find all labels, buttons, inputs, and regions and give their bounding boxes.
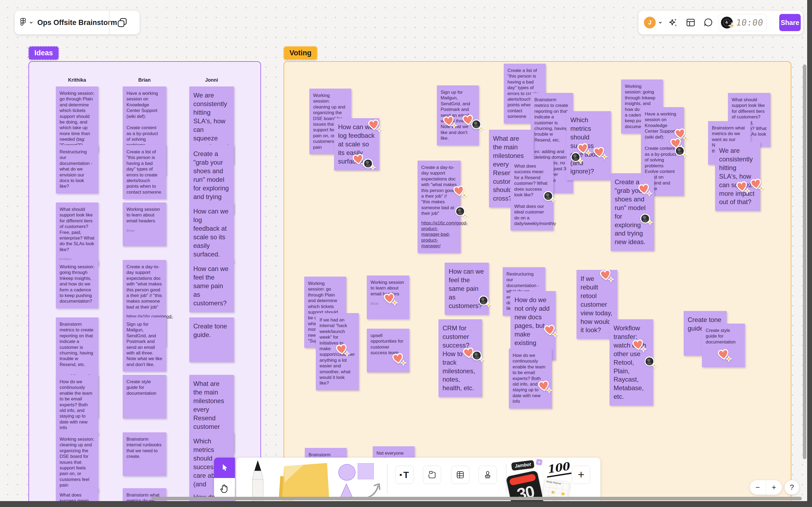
- sticky-note-text: Working session: cleaning up and organiz…: [60, 436, 95, 488]
- share-button[interactable]: Share: [779, 14, 801, 31]
- select-tool[interactable]: [214, 458, 235, 478]
- sticky-note[interactable]: Working session: go through Plain and de…: [56, 87, 98, 152]
- heart-sticker[interactable]: [443, 115, 457, 129]
- sticky-note[interactable]: How can we log feedback at scale so its …: [334, 118, 379, 170]
- avatar-sticker[interactable]: [674, 145, 688, 158]
- sticky-note[interactable]: Working session: cleaning up and organiz…: [56, 432, 98, 492]
- sticky-note[interactable]: Sign up for Mailgun, SendGrid, and Postm…: [437, 86, 479, 145]
- horizontal-scrollbar[interactable]: [151, 497, 802, 500]
- sticky-note[interactable]: Which metrics should success care about …: [566, 111, 611, 180]
- sticky-note[interactable]: Create a "grab your shoes and run" model…: [611, 173, 654, 251]
- add-more-button[interactable]: +: [572, 466, 590, 484]
- sticky-note[interactable]: What does success mean for a Resend cust…: [511, 159, 554, 230]
- ai-sparkle-icon[interactable]: [668, 17, 678, 28]
- avatar-sticker[interactable]: [471, 119, 484, 131]
- hand-icon: [219, 483, 230, 494]
- text-tool[interactable]: T: [395, 466, 413, 484]
- sticky-note[interactable]: Working session to learn about email hea…: [123, 203, 166, 246]
- avatar-sticker[interactable]: [471, 350, 485, 362]
- avatar-sticker[interactable]: [644, 356, 657, 369]
- whiteboard-canvas[interactable]: Ideas Voting KrithikaBrianJonni Working …: [0, 0, 812, 507]
- jambot-widget[interactable]: Jambot: [511, 460, 534, 471]
- zoom-in-button[interactable]: +: [766, 480, 782, 495]
- timer-widget[interactable]: 10:00: [718, 14, 767, 31]
- avatar-sticker[interactable]: [455, 206, 468, 218]
- sticky-note[interactable]: Working session: going through Inkeep in…: [56, 260, 98, 308]
- heart-sticker[interactable]: [717, 349, 732, 362]
- sticky-note-link[interactable]: https://a16z.com/good-product-manager-ba…: [421, 220, 457, 249]
- week-planner-widget[interactable]: Week Planner: [541, 478, 571, 505]
- sticky-note[interactable]: How can we log feedback at scale so its …: [189, 203, 234, 263]
- sticky-note[interactable]: CRM for customer success? How to track m…: [439, 319, 482, 397]
- heart-sticker[interactable]: [593, 147, 607, 160]
- heart-sticker[interactable]: [392, 353, 407, 366]
- vertical-scrollbar[interactable]: [803, 64, 806, 459]
- ideas-section-label[interactable]: Ideas: [28, 46, 59, 60]
- marker-tool[interactable]: [246, 460, 270, 503]
- sticky-note[interactable]: How can we feel the same pain as custome…: [189, 260, 234, 312]
- figma-logo-icon[interactable]: [19, 17, 26, 27]
- heart-sticker[interactable]: [336, 344, 350, 357]
- sticky-note[interactable]: upsell opportunities for customer succes…: [367, 329, 409, 372]
- file-title[interactable]: Ops Offsite Brainstorm: [37, 18, 117, 27]
- heart-sticker[interactable]: [638, 183, 652, 196]
- sticky-note[interactable]: Create a day-to-day support expectations…: [417, 161, 461, 253]
- avatar-sticker[interactable]: [478, 295, 491, 307]
- sticky-note[interactable]: Create style guide for documentation: [123, 375, 166, 418]
- heart-sticker[interactable]: [368, 119, 383, 132]
- zoom-out-button[interactable]: −: [750, 480, 766, 495]
- help-button[interactable]: ?: [785, 480, 799, 495]
- heart-sticker[interactable]: [544, 324, 558, 338]
- avatar-sticker[interactable]: [640, 213, 653, 226]
- sticky-note-text: We are consistently hitting SLA's, how c…: [719, 146, 756, 206]
- section-tool[interactable]: [423, 466, 441, 484]
- heart-sticker[interactable]: [384, 293, 398, 306]
- avatar-chevron-icon[interactable]: [658, 20, 663, 25]
- hand-tool[interactable]: [214, 478, 235, 498]
- avatar-sticker[interactable]: [570, 152, 583, 164]
- avatar-sticker[interactable]: [362, 158, 376, 171]
- sticky-note[interactable]: We are consistently hitting SLA's, how c…: [715, 142, 760, 211]
- sticky-note-text: Working session: going through Inkeep in…: [60, 264, 95, 304]
- sticky-note-text: If we rebuilt retool customer view today…: [581, 274, 613, 334]
- avatar-sticker[interactable]: [543, 190, 556, 203]
- sticky-note[interactable]: If we had an internal "hack week/launch …: [316, 313, 359, 390]
- widget-sparkle-chip: ✦: [536, 459, 542, 465]
- duplicate-file-icon[interactable]: [116, 17, 128, 29]
- templates-icon[interactable]: [685, 17, 696, 28]
- sticky-note[interactable]: Brainstorm internal runbooks that we nee…: [123, 432, 166, 476]
- heart-sticker[interactable]: [599, 269, 614, 282]
- square-shape-tool[interactable]: [358, 463, 374, 480]
- sticky-note[interactable]: Sign up for Mailgun, SendGrid, and Postm…: [123, 318, 166, 372]
- sticky-note-text: Create tone guide.: [193, 322, 230, 339]
- sticky-note[interactable]: Create style guide for documentation: [702, 324, 745, 367]
- sticky-note[interactable]: Working session to learn about email hea…: [367, 276, 409, 319]
- sticky-note-tool[interactable]: [277, 460, 332, 501]
- file-menu-chevron-icon[interactable]: [29, 20, 34, 25]
- hundred-points-widget[interactable]: 100: [545, 459, 571, 478]
- heart-sticker[interactable]: [538, 380, 553, 393]
- voting-section-label[interactable]: Voting: [284, 46, 317, 60]
- timer-countdown: 10:00: [732, 17, 767, 27]
- sticky-note[interactable]: What should support look like for differ…: [56, 203, 98, 266]
- sticky-note[interactable]: Create a list of "this person is having …: [123, 145, 166, 199]
- ideas-column-header: Krithika: [56, 77, 98, 83]
- heart-sticker[interactable]: [453, 185, 467, 199]
- sticky-note[interactable]: How can we feel the same pain as custome…: [445, 263, 489, 315]
- sticky-note[interactable]: Restructuring our documentation - what d…: [56, 145, 98, 193]
- sticky-note[interactable]: Workflow transfer: watch each other use …: [610, 319, 653, 405]
- sticky-note-text: Working session to learn about email hea…: [126, 207, 163, 224]
- comment-icon[interactable]: [703, 17, 714, 28]
- user-avatar[interactable]: J: [644, 17, 656, 29]
- heart-sticker[interactable]: [750, 178, 764, 191]
- heart-sticker[interactable]: [632, 339, 647, 352]
- sticky-note[interactable]: How do we continuously enable the team t…: [509, 349, 552, 408]
- stamp-tool[interactable]: [478, 466, 497, 484]
- ellipse-shape-tool[interactable]: [338, 464, 356, 481]
- sticky-note[interactable]: Create tone guide.: [189, 318, 234, 362]
- table-tool[interactable]: [451, 466, 469, 484]
- file-header-card: Ops Offsite Brainstorm: [15, 11, 139, 35]
- ideas-column-header: Jonni: [189, 77, 234, 83]
- heart-sticker[interactable]: [736, 181, 751, 194]
- sticky-note[interactable]: How do we continuously enable the team t…: [56, 375, 98, 435]
